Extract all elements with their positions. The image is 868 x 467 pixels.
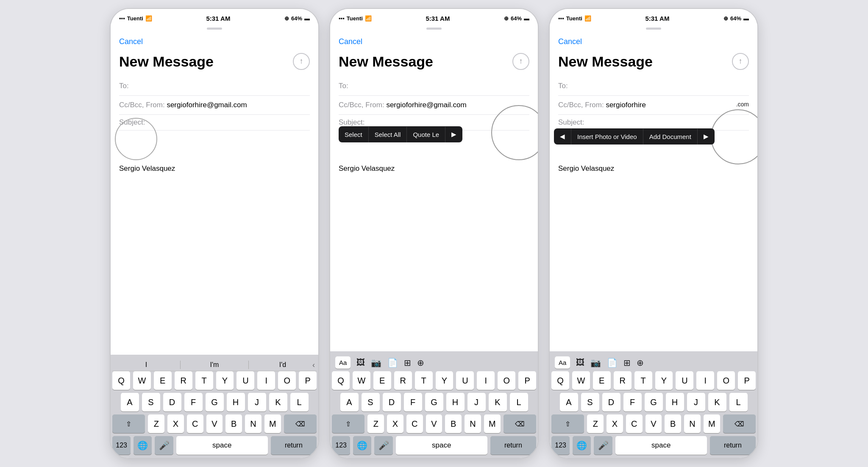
key-X[interactable]: X bbox=[606, 414, 623, 433]
key-M[interactable]: M bbox=[484, 414, 501, 433]
key-W[interactable]: W bbox=[353, 371, 370, 390]
key-B[interactable]: B bbox=[665, 414, 681, 433]
to-field-row-2[interactable]: To: bbox=[339, 77, 529, 96]
key-V[interactable]: V bbox=[206, 414, 223, 433]
key-Z[interactable]: Z bbox=[148, 414, 164, 433]
key-K[interactable]: K bbox=[489, 393, 507, 411]
body-area-1[interactable] bbox=[119, 131, 310, 164]
context-menu-item-1[interactable]: Select All bbox=[369, 127, 407, 142]
key-D[interactable]: D bbox=[383, 393, 401, 411]
key-V[interactable]: V bbox=[645, 414, 662, 433]
key-J[interactable]: J bbox=[248, 393, 266, 411]
key-J[interactable]: J bbox=[687, 393, 705, 411]
key-K[interactable]: K bbox=[269, 393, 287, 411]
key-S[interactable]: S bbox=[581, 393, 599, 411]
key-H[interactable]: H bbox=[446, 393, 465, 411]
key-mic[interactable]: 🎤 bbox=[594, 436, 612, 455]
kb-camera-icon[interactable]: 📷 bbox=[590, 358, 601, 368]
kb-font-btn[interactable]: Aa bbox=[335, 356, 351, 369]
ccbcc-field-row-2[interactable]: Cc/Bcc, From: sergioforhire@gmail.com bbox=[339, 96, 529, 115]
key-E[interactable]: E bbox=[154, 371, 172, 390]
key-C[interactable]: C bbox=[626, 414, 643, 433]
context-menu-3[interactable]: ◀ Insert Photo or Video Add Document ▶ bbox=[554, 128, 715, 145]
key-X[interactable]: X bbox=[387, 414, 403, 433]
key-F[interactable]: F bbox=[184, 393, 203, 411]
send-button-3[interactable]: ↑ bbox=[732, 53, 749, 70]
key-U[interactable]: U bbox=[236, 371, 254, 390]
key-H[interactable]: H bbox=[227, 393, 245, 411]
key-globe[interactable]: 🌐 bbox=[134, 436, 152, 455]
key-delete[interactable]: ⌫ bbox=[504, 414, 536, 433]
key-return[interactable]: return bbox=[271, 436, 317, 455]
to-field-row-1[interactable]: To: bbox=[119, 77, 310, 96]
key-shift[interactable]: ⇧ bbox=[332, 414, 364, 433]
send-button-2[interactable]: ↑ bbox=[512, 53, 529, 70]
key-P[interactable]: P bbox=[299, 371, 317, 390]
key-K[interactable]: K bbox=[708, 393, 726, 411]
key-globe[interactable]: 🌐 bbox=[573, 436, 591, 455]
key-G[interactable]: G bbox=[425, 393, 443, 411]
key-I[interactable]: I bbox=[257, 371, 275, 390]
key-X[interactable]: X bbox=[167, 414, 184, 433]
kb-photo-icon[interactable]: 🖼 bbox=[576, 358, 584, 367]
key-O[interactable]: O bbox=[498, 371, 515, 390]
key-Z[interactable]: Z bbox=[367, 414, 384, 433]
key-delete[interactable]: ⌫ bbox=[723, 414, 756, 433]
key-I[interactable]: I bbox=[696, 371, 714, 390]
key-G[interactable]: G bbox=[645, 393, 663, 411]
key-C[interactable]: C bbox=[406, 414, 423, 433]
context-menu-item-1[interactable]: Insert Photo or Video bbox=[571, 129, 643, 145]
key-Q[interactable]: Q bbox=[332, 371, 350, 390]
kb-compass-icon[interactable]: ⊕ bbox=[637, 358, 644, 368]
key-P[interactable]: P bbox=[738, 371, 756, 390]
key-S[interactable]: S bbox=[142, 393, 160, 411]
key-123[interactable]: 123 bbox=[112, 436, 131, 455]
ccbcc-field-row-1[interactable]: Cc/Bcc, From: sergioforhire@gmail.com bbox=[119, 96, 310, 115]
key-A[interactable]: A bbox=[340, 393, 359, 411]
key-I[interactable]: I bbox=[477, 371, 495, 390]
kb-photo-icon[interactable]: 🖼 bbox=[356, 358, 365, 367]
key-Z[interactable]: Z bbox=[587, 414, 604, 433]
key-R[interactable]: R bbox=[394, 371, 412, 390]
key-N[interactable]: N bbox=[465, 414, 481, 433]
key-return[interactable]: return bbox=[710, 436, 756, 455]
kb-scan-icon[interactable]: ⊞ bbox=[404, 358, 411, 368]
cancel-button-1[interactable]: Cancel bbox=[119, 32, 310, 50]
key-U[interactable]: U bbox=[456, 371, 474, 390]
context-menu-2[interactable]: Select Select All Quote Le ▶ bbox=[339, 126, 462, 142]
key-M[interactable]: M bbox=[264, 414, 281, 433]
context-menu-item-0[interactable]: ◀ bbox=[554, 128, 571, 145]
key-delete[interactable]: ⌫ bbox=[284, 414, 317, 433]
key-E[interactable]: E bbox=[373, 371, 391, 390]
key-V[interactable]: V bbox=[426, 414, 442, 433]
key-123[interactable]: 123 bbox=[332, 436, 350, 455]
kb-collapse-icon[interactable]: ‹ bbox=[312, 361, 315, 370]
key-123[interactable]: 123 bbox=[551, 436, 570, 455]
key-N[interactable]: N bbox=[684, 414, 701, 433]
key-D[interactable]: D bbox=[602, 393, 620, 411]
key-T[interactable]: T bbox=[634, 371, 652, 390]
key-shift[interactable]: ⇧ bbox=[112, 414, 145, 433]
key-B[interactable]: B bbox=[225, 414, 242, 433]
body-area-2[interactable]: Select Select All Quote Le ▶ bbox=[339, 131, 529, 164]
key-Q[interactable]: Q bbox=[551, 371, 569, 390]
key-G[interactable]: G bbox=[206, 393, 224, 411]
key-A[interactable]: A bbox=[121, 393, 139, 411]
kb-font-btn[interactable]: Aa bbox=[555, 356, 570, 369]
key-Q[interactable]: Q bbox=[112, 371, 130, 390]
pred-item-1[interactable]: I'm bbox=[181, 361, 248, 369]
key-O[interactable]: O bbox=[278, 371, 296, 390]
body-area-3[interactable]: ◀ Insert Photo or Video Add Document ▶ bbox=[558, 131, 749, 164]
kb-file-icon[interactable]: 📄 bbox=[607, 358, 618, 368]
key-Y[interactable]: Y bbox=[216, 371, 234, 390]
cancel-button-2[interactable]: Cancel bbox=[339, 32, 529, 50]
context-menu-item-2[interactable]: Quote Le bbox=[407, 127, 445, 142]
key-S[interactable]: S bbox=[362, 393, 380, 411]
key-R[interactable]: R bbox=[614, 371, 632, 390]
kb-scan-icon[interactable]: ⊞ bbox=[623, 358, 631, 368]
key-space[interactable]: space bbox=[396, 436, 487, 455]
key-J[interactable]: J bbox=[467, 393, 486, 411]
key-B[interactable]: B bbox=[445, 414, 462, 433]
key-M[interactable]: M bbox=[704, 414, 720, 433]
key-W[interactable]: W bbox=[133, 371, 151, 390]
